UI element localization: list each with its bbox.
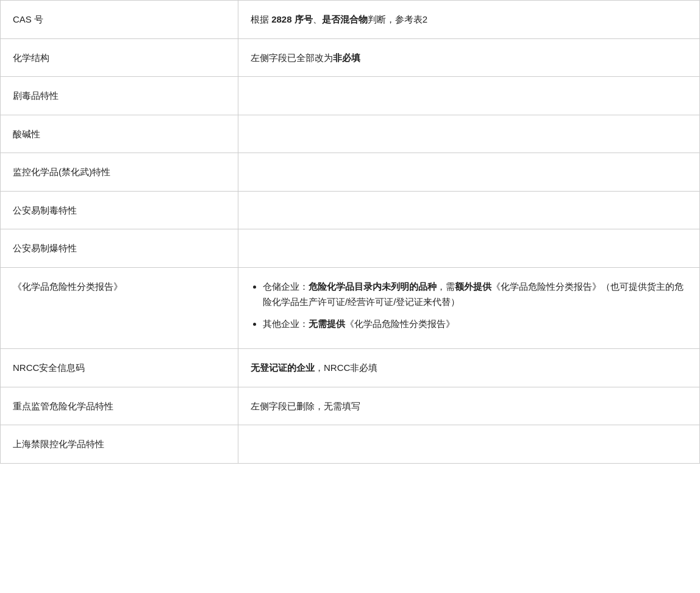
row-value: 根据 2828 序号、是否混合物判断，参考表2 xyxy=(238,1,699,39)
row-label: 公安易制爆特性 xyxy=(1,229,238,268)
table-row: 公安易制爆特性 xyxy=(1,229,700,268)
info-table: CAS 号根据 2828 序号、是否混合物判断，参考表2化学结构左侧字段已全部改… xyxy=(0,0,700,464)
row-label: 《化学品危险性分类报告》 xyxy=(1,267,238,349)
table-row: 公安易制毒特性 xyxy=(1,191,700,229)
row-label: 重点监管危险化学品特性 xyxy=(1,387,238,425)
row-label: 酸碱性 xyxy=(1,115,238,153)
row-value xyxy=(238,153,699,192)
row-value xyxy=(238,191,699,229)
row-value xyxy=(238,425,699,464)
row-value: 仓储企业：危险化学品目录内未列明的品种，需额外提供《化学品危险性分类报告》（也可… xyxy=(238,267,699,349)
row-label: 公安易制毒特性 xyxy=(1,191,238,229)
table-row: 上海禁限控化学品特性 xyxy=(1,425,700,464)
row-label: 化学结构 xyxy=(1,38,238,77)
row-value xyxy=(238,77,699,115)
row-label: 监控化学品(禁化武)特性 xyxy=(1,153,238,192)
table-row: NRCC安全信息码无登记证的企业，NRCC非必填 xyxy=(1,349,700,387)
row-value: 左侧字段已全部改为非必填 xyxy=(238,38,699,77)
row-label: NRCC安全信息码 xyxy=(1,349,238,387)
row-label: CAS 号 xyxy=(1,1,238,39)
row-value xyxy=(238,229,699,268)
table-row: 酸碱性 xyxy=(1,115,700,153)
table-row: 化学结构左侧字段已全部改为非必填 xyxy=(1,38,700,77)
table-row: CAS 号根据 2828 序号、是否混合物判断，参考表2 xyxy=(1,1,700,39)
main-table-container: CAS 号根据 2828 序号、是否混合物判断，参考表2化学结构左侧字段已全部改… xyxy=(0,0,700,464)
table-row: 《化学品危险性分类报告》仓储企业：危险化学品目录内未列明的品种，需额外提供《化学… xyxy=(1,267,700,349)
row-value: 左侧字段已删除，无需填写 xyxy=(238,387,699,425)
table-row: 监控化学品(禁化武)特性 xyxy=(1,153,700,192)
table-row: 重点监管危险化学品特性左侧字段已删除，无需填写 xyxy=(1,387,700,425)
table-row: 剧毒品特性 xyxy=(1,77,700,115)
row-label: 上海禁限控化学品特性 xyxy=(1,425,238,464)
row-value xyxy=(238,115,699,153)
row-label: 剧毒品特性 xyxy=(1,77,238,115)
row-value: 无登记证的企业，NRCC非必填 xyxy=(238,349,699,387)
